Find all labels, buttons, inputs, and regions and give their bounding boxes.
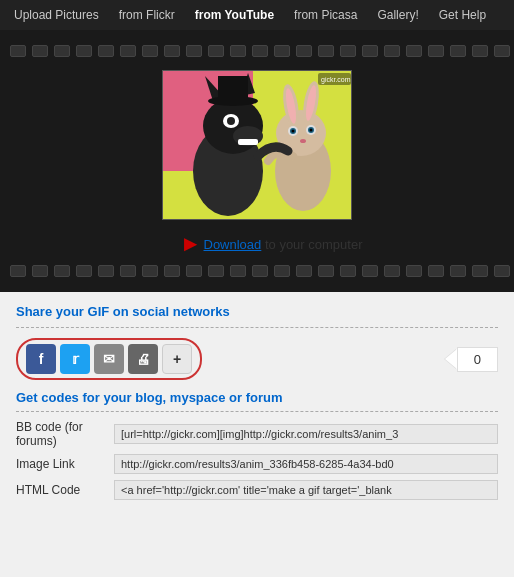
nav-upload[interactable]: Upload Pictures (4, 0, 109, 30)
nav-gallery[interactable]: Gallery! (367, 0, 428, 30)
print-button[interactable]: 🖨 (128, 344, 158, 374)
image-link-row: Image Link (16, 454, 498, 474)
html-code-row: HTML Code (16, 480, 498, 500)
film-hole (186, 265, 202, 277)
film-hole (362, 45, 378, 57)
social-buttons-group: f 𝕣 ✉ 🖨 + (16, 338, 202, 380)
film-hole (340, 45, 356, 57)
film-hole (54, 45, 70, 57)
arrow-container: ► (152, 234, 202, 254)
twitter-button[interactable]: 𝕣 (60, 344, 90, 374)
svg-rect-11 (218, 76, 248, 102)
bb-code-row: BB code (for forums) (16, 420, 498, 448)
film-hole (362, 265, 378, 277)
film-hole (274, 45, 290, 57)
html-code-input[interactable] (114, 480, 498, 500)
film-hole (384, 45, 400, 57)
film-hole (208, 45, 224, 57)
gif-preview-container: gickr.com (0, 70, 514, 220)
film-hole (142, 265, 158, 277)
film-hole (318, 45, 334, 57)
codes-title: Get codes for your blog, myspace or foru… (16, 390, 498, 405)
film-hole (230, 265, 246, 277)
film-hole (274, 265, 290, 277)
film-hole (10, 265, 26, 277)
filmstrip-holes-top (10, 45, 504, 57)
film-hole (230, 45, 246, 57)
film-hole (384, 265, 400, 277)
gif-image: gickr.com (162, 70, 352, 220)
film-hole (98, 265, 114, 277)
film-hole (296, 45, 312, 57)
lower-content: Share your GIF on social networks f 𝕣 ✉ … (0, 292, 514, 518)
filmstrip-holes-bottom (10, 265, 504, 277)
image-link-label: Image Link (16, 457, 106, 471)
film-hole (120, 265, 136, 277)
share-divider (16, 327, 498, 328)
nav-help[interactable]: Get Help (429, 0, 496, 30)
like-counter: 0 (445, 347, 498, 372)
image-link-input[interactable] (114, 454, 498, 474)
like-arrow-icon (445, 349, 457, 369)
film-hole (164, 45, 180, 57)
codes-divider (16, 411, 498, 412)
red-arrow-icon: ► (180, 233, 202, 255)
html-code-label: HTML Code (16, 483, 106, 497)
bb-code-input[interactable] (114, 424, 498, 444)
download-text: Download to your computer (204, 237, 363, 252)
nav-youtube[interactable]: from YouTube (185, 0, 284, 30)
film-hole (208, 265, 224, 277)
film-hole (296, 265, 312, 277)
film-hole (164, 265, 180, 277)
svg-point-23 (292, 130, 295, 133)
bb-code-label: BB code (for forums) (16, 420, 106, 448)
filmstrip-top (0, 40, 514, 62)
facebook-button[interactable]: f (26, 344, 56, 374)
film-hole (318, 265, 334, 277)
film-hole (54, 265, 70, 277)
film-hole (98, 45, 114, 57)
svg-point-6 (227, 117, 235, 125)
film-hole (10, 45, 26, 57)
cartoon-svg: gickr.com (163, 71, 352, 220)
film-hole (32, 265, 48, 277)
share-title: Share your GIF on social networks (16, 304, 498, 319)
film-hole (186, 45, 202, 57)
film-hole (120, 45, 136, 57)
film-hole (428, 45, 444, 57)
film-hole (428, 265, 444, 277)
film-hole (406, 265, 422, 277)
film-hole (450, 45, 466, 57)
film-area: gickr.com ► Download to your computer (0, 30, 514, 292)
film-hole (472, 45, 488, 57)
svg-rect-7 (238, 139, 258, 145)
plus-button[interactable]: + (162, 344, 192, 374)
svg-point-25 (300, 139, 306, 143)
film-hole (252, 265, 268, 277)
film-hole (76, 45, 92, 57)
email-button[interactable]: ✉ (94, 344, 124, 374)
svg-point-24 (310, 129, 313, 132)
film-hole (340, 265, 356, 277)
film-hole (252, 45, 268, 57)
film-hole (450, 265, 466, 277)
film-hole (494, 265, 510, 277)
like-count: 0 (457, 347, 498, 372)
navbar: Upload Pictures from Flickr from YouTube… (0, 0, 514, 30)
film-hole (472, 265, 488, 277)
download-suffix: to your computer (261, 237, 362, 252)
film-hole (494, 45, 510, 57)
film-hole (32, 45, 48, 57)
download-area: ► Download to your computer (152, 234, 363, 254)
film-hole (76, 265, 92, 277)
share-row: f 𝕣 ✉ 🖨 + 0 (16, 338, 498, 380)
film-hole (406, 45, 422, 57)
nav-picasa[interactable]: from Picasa (284, 0, 367, 30)
filmstrip-bottom (0, 260, 514, 282)
nav-flickr[interactable]: from Flickr (109, 0, 185, 30)
download-link[interactable]: Download (204, 237, 262, 252)
film-hole (142, 45, 158, 57)
svg-text:gickr.com: gickr.com (321, 76, 351, 84)
